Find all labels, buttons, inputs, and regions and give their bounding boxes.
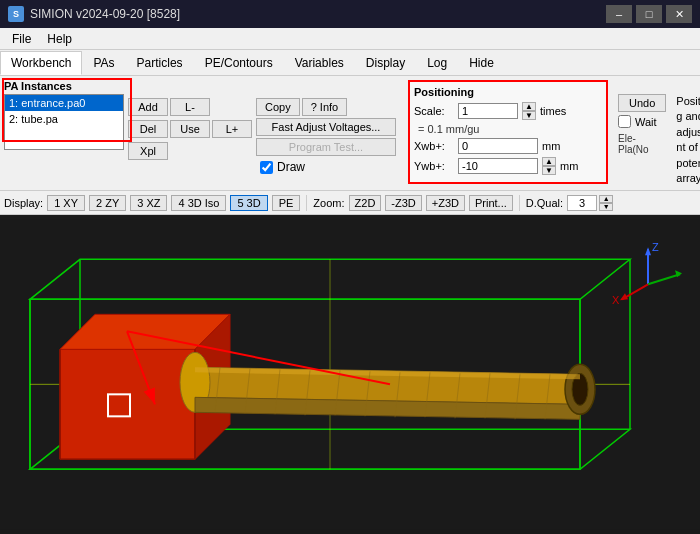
pa-instances-list: 1: entrance.pa0 2: tube.pa (4, 94, 124, 150)
toolbar: Workbench PAs Particles PE/Contours Vari… (0, 50, 700, 76)
scale-row: Scale: ▲ ▼ times (414, 102, 602, 120)
positioning-title: Positioning (414, 86, 602, 98)
zoom-label: Zoom: (313, 197, 344, 209)
menu-help[interactable]: Help (39, 30, 80, 48)
copy-info-row: Copy ? Info (256, 98, 396, 116)
l-minus-button[interactable]: L- (170, 98, 210, 116)
display-bar: Display: 1 XY 2 ZY 3 XZ 4 3D Iso 5 3D PE… (0, 191, 700, 215)
view-5d-button[interactable]: 5 3D (230, 195, 267, 211)
dqual-down-arrow[interactable]: ▼ (599, 203, 613, 211)
main-content: PA Instances 1: entrance.pa0 2: tube.pa … (0, 76, 700, 534)
tab-variables[interactable]: Variables (284, 51, 355, 74)
del-button[interactable]: Del (128, 120, 168, 138)
program-test-row: Program Test... (256, 138, 396, 156)
tab-pas[interactable]: PAs (82, 51, 125, 74)
zoom-plus3d-button[interactable]: +Z3D (426, 195, 465, 211)
viewport[interactable]: Z X (0, 215, 700, 534)
display-separator-2 (519, 195, 520, 211)
ywb-down-arrow[interactable]: ▼ (542, 166, 556, 175)
program-test-button[interactable]: Program Test... (256, 138, 396, 156)
pa-instances-section: PA Instances 1: entrance.pa0 2: tube.pa (4, 80, 124, 150)
view-1xy-button[interactable]: 1 XY (47, 195, 85, 211)
ywb-row: Ywb+: ▲ ▼ mm (414, 157, 602, 175)
titlebar-left: S SIMION v2024-09-20 [8528] (8, 6, 180, 22)
tab-particles[interactable]: Particles (126, 51, 194, 74)
wait-checkbox[interactable] (618, 115, 631, 128)
tab-display[interactable]: Display (355, 51, 416, 74)
ele-pla-label: Ele-Pla(No (618, 133, 666, 155)
view-pe-button[interactable]: PE (272, 195, 301, 211)
tab-workbench[interactable]: Workbench (0, 51, 82, 75)
svg-text:X: X (612, 295, 620, 307)
display-separator (306, 195, 307, 211)
menu-file[interactable]: File (4, 30, 39, 48)
pa-instances-label: PA Instances (4, 80, 124, 92)
fast-adjust-row: Fast Adjust Voltages... (256, 118, 396, 136)
xpl-button[interactable]: Xpl (128, 142, 168, 160)
use-button[interactable]: Use (170, 120, 210, 138)
action-buttons: Copy ? Info Fast Adjust Voltages... Prog… (256, 98, 396, 174)
add-button[interactable]: Add (128, 98, 168, 116)
wait-row: Wait (618, 115, 666, 128)
zoom-2d-button[interactable]: Z2D (349, 195, 382, 211)
tab-pe-contours[interactable]: PE/Contours (194, 51, 284, 74)
view-4iso-button[interactable]: 4 3D Iso (171, 195, 226, 211)
view-2zy-button[interactable]: 2 ZY (89, 195, 126, 211)
scale-arrows: ▲ ▼ (522, 102, 536, 120)
ywb-up-arrow[interactable]: ▲ (542, 157, 556, 166)
undo-section: Undo Wait Ele-Pla(No (618, 94, 666, 155)
titlebar-controls: – □ ✕ (606, 5, 692, 23)
draw-row: Draw (256, 160, 396, 174)
close-button[interactable]: ✕ (666, 5, 692, 23)
pa-buttons: Add L- Del Use L+ Xpl (128, 98, 252, 160)
dqual-label: D.Qual: (526, 197, 563, 209)
minimize-button[interactable]: – (606, 5, 632, 23)
menubar: File Help (0, 28, 700, 50)
xwb-unit: mm (542, 140, 562, 152)
draw-checkbox[interactable] (260, 161, 273, 174)
dqual-up-arrow[interactable]: ▲ (599, 195, 613, 203)
tab-hide[interactable]: Hide (458, 51, 505, 74)
tab-log[interactable]: Log (416, 51, 458, 74)
xwb-input[interactable] (458, 138, 538, 154)
view-3xz-button[interactable]: 3 XZ (130, 195, 167, 211)
titlebar: S SIMION v2024-09-20 [8528] – □ ✕ (0, 0, 700, 28)
pa-item-2[interactable]: 2: tube.pa (5, 111, 123, 127)
ywb-input[interactable] (458, 158, 538, 174)
scale-unit: times (540, 105, 566, 117)
scale-up-arrow[interactable]: ▲ (522, 102, 536, 111)
draw-label: Draw (277, 160, 305, 174)
l-plus-button[interactable]: L+ (212, 120, 252, 138)
scale-input[interactable] (458, 103, 518, 119)
scale-label: Scale: (414, 105, 454, 117)
fast-adjust-button[interactable]: Fast Adjust Voltages... (256, 118, 396, 136)
zoom-minus3d-button[interactable]: -Z3D (385, 195, 421, 211)
app-icon: S (8, 6, 24, 22)
positioning-section: Positioning Scale: ▲ ▼ times = 0.1 mm/gu… (408, 80, 608, 184)
ywb-unit: mm (560, 160, 580, 172)
maximize-button[interactable]: □ (636, 5, 662, 23)
titlebar-title: SIMION v2024-09-20 [8528] (30, 7, 180, 21)
3d-scene: Z X (0, 215, 700, 534)
ywb-label: Ywb+: (414, 160, 454, 172)
dqual-input[interactable] (567, 195, 597, 211)
svg-marker-10 (60, 350, 195, 460)
copy-button[interactable]: Copy (256, 98, 300, 116)
dqual-spinner: ▲ ▼ (567, 195, 613, 211)
svg-text:Z: Z (652, 242, 659, 254)
xwb-label: Xwb+: (414, 140, 454, 152)
positioning-description: Positionin g and adjustme nt of potentia… (676, 94, 700, 186)
undo-button[interactable]: Undo (618, 94, 666, 112)
scale-down-arrow[interactable]: ▼ (522, 111, 536, 120)
pa-panel: PA Instances 1: entrance.pa0 2: tube.pa … (0, 76, 700, 191)
display-label: Display: (4, 197, 43, 209)
ywb-arrows: ▲ ▼ (542, 157, 556, 175)
print-button[interactable]: Print... (469, 195, 513, 211)
info-button[interactable]: ? Info (302, 98, 348, 116)
xwb-row: Xwb+: mm (414, 138, 602, 154)
wait-label: Wait (635, 116, 657, 128)
pa-item-1[interactable]: 1: entrance.pa0 (5, 95, 123, 111)
dqual-arrows: ▲ ▼ (599, 195, 613, 211)
mm-gu-label: = 0.1 mm/gu (414, 123, 602, 135)
